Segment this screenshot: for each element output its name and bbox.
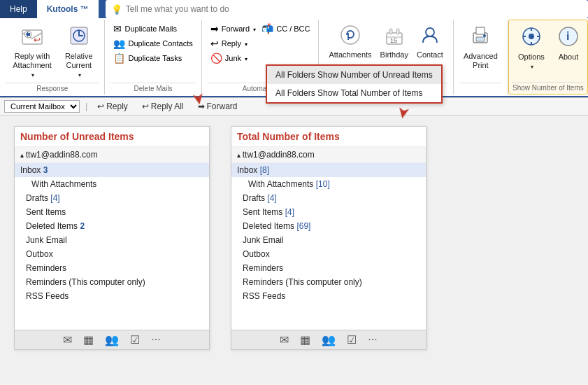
folder-item[interactable]: Inbox [8] [231, 163, 426, 177]
duplicate-mails-label: Duplicate Mails [124, 24, 177, 33]
about-label: About [559, 52, 579, 62]
reply-button[interactable]: ↩ Reply ▾ [208, 36, 259, 50]
attachments-button[interactable]: Attachments [324, 22, 375, 62]
svg-text:↩: ↩ [34, 35, 41, 45]
more-footer-icon-2[interactable]: ··· [368, 333, 377, 346]
lightbulb-icon: 💡 [111, 4, 122, 15]
mail-footer-icon-2[interactable]: ✉ [280, 333, 289, 346]
advanced-print-icon [469, 24, 492, 50]
ribbon-search-box: 💡 [106, 0, 588, 18]
folder-item[interactable]: With Attachments [15, 177, 209, 191]
tab-kutools[interactable]: Kutools ™ [37, 0, 99, 18]
svg-rect-8 [396, 29, 399, 34]
mailbox-selector[interactable]: Current Mailbox [4, 100, 80, 113]
toolbar-reply-label: Reply [106, 102, 128, 111]
forward-label: Forward ▾ [222, 24, 256, 33]
folder-item[interactable]: Inbox 3 [15, 163, 209, 177]
dropdown-item-total[interactable]: All Folders Show Total Number of Items [267, 84, 441, 102]
relative-current-icon [68, 24, 90, 50]
toolbar-reply-button[interactable]: ↩ Reply [93, 100, 132, 113]
folder-item[interactable]: Deleted Items [69] [231, 219, 426, 233]
contacts-footer-icon[interactable]: 👥 [105, 333, 119, 346]
mail-footer-icon[interactable]: ✉ [63, 333, 72, 346]
cc-bcc-icon: 📬 [261, 23, 273, 34]
folder-item[interactable]: Reminders [231, 261, 426, 275]
folder-item[interactable]: RSS Feeds [15, 289, 209, 303]
folder-item[interactable]: Outbox [15, 247, 209, 261]
about-icon: i [557, 25, 580, 51]
toolbar-forward-button[interactable]: ➡ Forward [194, 100, 242, 113]
toolbar-forward-label: Forward [207, 102, 238, 111]
unread-account: ttw1@addin88.com [15, 147, 209, 163]
svg-text:15: 15 [390, 37, 397, 44]
junk-icon: 🚫 [210, 52, 222, 64]
folder-item[interactable]: Sent Items [4] [231, 205, 426, 219]
calendar-footer-icon[interactable]: ▦ [83, 333, 94, 346]
toolbar-reply-all-icon: ↩ [142, 102, 149, 111]
options-button[interactable]: Options ▾ [511, 22, 552, 74]
options-label: Options ▾ [515, 52, 547, 71]
birthday-button[interactable]: 15 Birthday [376, 22, 413, 62]
birthday-icon: 15 [384, 24, 405, 49]
duplicate-tasks-button[interactable]: 📋 Duplicate Tasks [110, 51, 195, 65]
folder-item[interactable]: With Attachments [10] [231, 177, 426, 191]
delete-mails-col: ✉ Duplicate Mails 👥 Duplicate Contacts 📋… [110, 22, 195, 65]
relative-current-button[interactable]: RelativeCurrent ▾ [59, 22, 99, 83]
more-footer-icon[interactable]: ··· [151, 333, 160, 346]
folder-item[interactable]: Reminders [15, 261, 209, 275]
options-icon [520, 25, 543, 51]
about-button[interactable]: i About [552, 22, 585, 64]
automation-col: ➡ Forward ▾ ↩ Reply ▾ 🚫 Junk ▾ [208, 22, 259, 65]
relative-current-label: RelativeCurrent ▾ [63, 52, 94, 80]
tasks-footer-icon[interactable]: ☑ [130, 333, 140, 346]
search-input[interactable] [126, 4, 266, 14]
calendar-footer-icon-2[interactable]: ▦ [300, 333, 310, 346]
attachments-label: Attachments [329, 50, 371, 59]
svg-point-5 [341, 26, 359, 44]
toolbar-reply-all-label: Reply All [151, 102, 184, 111]
tab-help[interactable]: Help [0, 0, 37, 18]
duplicate-contacts-button[interactable]: 👥 Duplicate Contacts [110, 36, 195, 50]
response-group-content: ↩ Reply withAttachment ▾ [6, 22, 99, 83]
unread-panel-title: Number of Unread Items [15, 127, 209, 147]
svg-rect-7 [389, 29, 392, 34]
junk-button[interactable]: 🚫 Junk ▾ [208, 51, 259, 65]
ribbon-group-print: AdvancedPrint [454, 20, 508, 94]
folder-item[interactable]: RSS Feeds [231, 289, 426, 303]
contact-button[interactable]: Contact [413, 22, 447, 62]
folder-item[interactable]: Drafts [4] [15, 191, 209, 205]
cc-bcc-button[interactable]: 📬 CC / BCC [259, 22, 313, 36]
print-content: AdvancedPrint [459, 22, 502, 83]
forward-icon: ➡ [210, 23, 219, 34]
cc-bcc-label: CC / BCC [276, 24, 310, 33]
tasks-footer-icon-2[interactable]: ☑ [347, 333, 357, 346]
reply-label: Reply ▾ [222, 39, 248, 48]
response-group-label: Response [6, 83, 99, 92]
folder-item[interactable]: Reminders (This computer only) [231, 275, 426, 289]
folder-item[interactable]: Sent Items [15, 205, 209, 219]
delete-mails-content: ✉ Duplicate Mails 👥 Duplicate Contacts 📋… [110, 22, 195, 83]
advanced-print-button[interactable]: AdvancedPrint [459, 22, 502, 73]
duplicate-tasks-icon: 📋 [113, 52, 125, 64]
birthday-label: Birthday [380, 50, 408, 59]
folder-item[interactable]: Junk Email [231, 233, 426, 247]
contacts-footer-icon-2[interactable]: 👥 [322, 333, 336, 346]
ribbon-group-options: Options ▾ i About Show Number of Items [508, 20, 588, 94]
folder-item[interactable]: Outbox [231, 247, 426, 261]
folder-dropdown: All Folders Show Number of Unread Items … [266, 64, 443, 104]
forward-button[interactable]: ➡ Forward ▾ [208, 22, 259, 36]
reply-with-attachment-button[interactable]: ↩ Reply withAttachment ▾ [6, 22, 59, 83]
ribbon-group-response: ↩ Reply withAttachment ▾ [0, 20, 105, 94]
duplicate-mails-button[interactable]: ✉ Duplicate Mails [110, 22, 195, 36]
dropdown-item-unread[interactable]: All Folders Show Number of Unread Items [267, 66, 441, 84]
folder-item[interactable]: Deleted Items 2 [15, 219, 209, 233]
folder-item[interactable]: Drafts [4] [231, 191, 426, 205]
duplicate-mails-icon: ✉ [113, 23, 122, 34]
reply-attachment-icon: ↩ [21, 24, 43, 50]
folder-item[interactable]: Junk Email [15, 233, 209, 247]
toolbar-reply-all-button[interactable]: ↩ Reply All [138, 100, 188, 113]
ccbcc-col: 📬 CC / BCC [259, 22, 313, 36]
ribbon-group-delete-mails: ✉ Duplicate Mails 👥 Duplicate Contacts 📋… [105, 20, 201, 94]
folder-item[interactable]: Reminders (This computer only) [15, 275, 209, 289]
options-group-label: Show Number of Items [511, 82, 585, 92]
